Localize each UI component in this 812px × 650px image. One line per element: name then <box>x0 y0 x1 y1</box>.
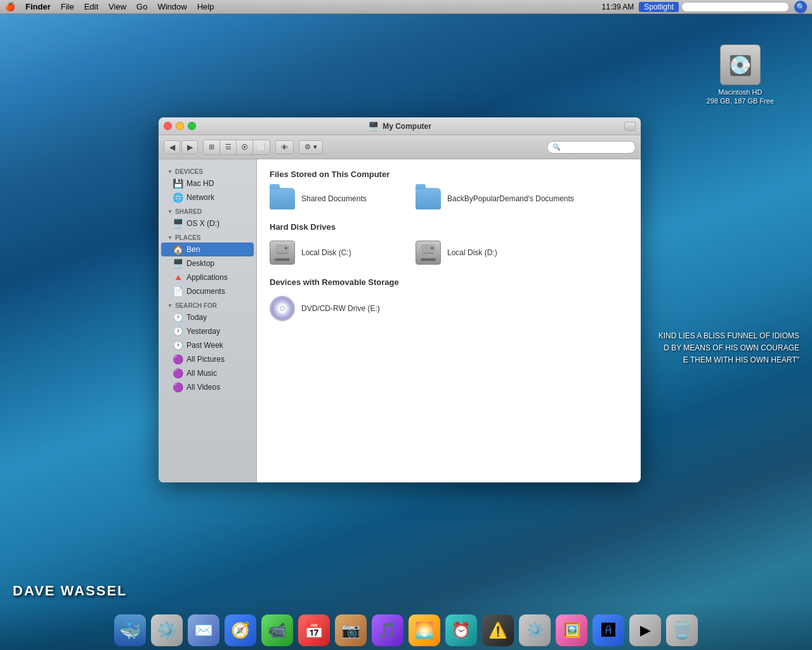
spotlight-area: Spotlight 🔍 <box>639 1 807 13</box>
minimize-button[interactable] <box>176 122 184 130</box>
menubar-right: 11:39 AM Spotlight 🔍 <box>602 1 812 13</box>
menu-finder[interactable]: Finder <box>20 0 56 13</box>
back-button[interactable]: ◀ <box>164 140 180 154</box>
devices-section-header: ▼ DEVICES <box>159 164 256 176</box>
dock-facetime[interactable]: 📹 <box>260 613 294 647</box>
hd-drive-icon: 💽 <box>720 44 761 85</box>
title-bar: 🖥️ My Computer <box>159 117 641 135</box>
sidebar-item-documents[interactable]: 📄 Documents <box>159 284 256 298</box>
menu-edit[interactable]: Edit <box>79 0 103 13</box>
dock-calendar[interactable]: 📅 <box>297 613 331 647</box>
maximize-button[interactable] <box>188 122 196 130</box>
dock-trash[interactable]: 🗑️ <box>665 613 699 647</box>
view-icon-button[interactable]: ⊞ <box>204 140 220 154</box>
dock-safari[interactable]: 🧭 <box>223 613 258 647</box>
search-bar[interactable]: 🔍 <box>547 141 636 154</box>
finder-toolbar: ◀ ▶ ⊞ ☰ ⦿ ⬜ 👁 ⚙ ▾ 🔍 <box>159 135 641 159</box>
view-list-button[interactable]: ☰ <box>220 140 237 154</box>
apple-menu[interactable]: 🍎 <box>0 0 20 13</box>
ben-icon: 🏠 <box>173 244 183 255</box>
finder-window: 🖥️ My Computer ◀ ▶ ⊞ ☰ ⦿ ⬜ 👁 ⚙ ▾ 🔍 <box>159 117 641 482</box>
menu-go[interactable]: Go <box>131 0 152 13</box>
sidebar-item-desktop[interactable]: 🖥️ Desktop <box>159 256 256 270</box>
menubar: 🍎 Finder File Edit View Go Window Help 1… <box>0 0 812 14</box>
shared-documents-item[interactable]: Shared Documents <box>270 188 396 209</box>
spotlight-icon[interactable]: 🔍 <box>794 1 807 13</box>
sidebar-item-mac-hd[interactable]: 💾 Mac HD <box>159 176 256 190</box>
close-button[interactable] <box>164 122 172 130</box>
dock-console[interactable]: ⚠️ <box>481 613 515 647</box>
sidebar: ▼ DEVICES 💾 Mac HD 🌐 Network ▼ SHARED 🖥️… <box>159 159 257 482</box>
all-music-icon: 🟣 <box>173 368 183 378</box>
dock: 🐳 ⚙️ ✉️ 🧭 📹 📅 📷 🎵 🌅 ⏰ ⚠️ ⚙️ 🖼️ 🅰 ▶ 🗑️ <box>0 603 812 650</box>
local-disk-d-item[interactable]: Local Disk (D:) <box>416 241 542 265</box>
dvd-hole <box>280 306 285 311</box>
quick-look-button[interactable]: 👁 <box>275 140 294 154</box>
dock-time-machine[interactable]: ⏰ <box>444 613 478 647</box>
local-disk-c-icon <box>270 241 295 265</box>
dock-system-prefs[interactable]: ⚙️ <box>150 613 184 647</box>
window-resize-button[interactable] <box>624 122 636 131</box>
dock-photos[interactable]: 📷 <box>334 613 368 647</box>
dock-appearance[interactable]: 🖼️ <box>554 613 589 647</box>
view-cover-button[interactable]: ⬜ <box>253 140 270 154</box>
applications-icon: 🔺 <box>173 272 183 282</box>
search-triangle: ▼ <box>167 303 173 308</box>
sidebar-item-yesterday[interactable]: 🕐 Yesterday <box>159 324 256 338</box>
places-section-header: ▼ PLACES <box>159 230 256 242</box>
today-icon: 🕐 <box>173 312 183 322</box>
devices-triangle: ▼ <box>167 169 173 175</box>
sidebar-item-applications[interactable]: 🔺 Applications <box>159 270 256 284</box>
sidebar-item-all-music[interactable]: 🟣 All Music <box>159 366 256 380</box>
nav-buttons: ◀ ▶ <box>164 140 198 154</box>
sidebar-item-network[interactable]: 🌐 Network <box>159 190 256 204</box>
svg-point-4 <box>431 247 433 249</box>
window-title: 🖥️ My Computer <box>368 121 431 131</box>
dock-finder[interactable]: 🐳 <box>113 613 147 647</box>
forward-button[interactable]: ▶ <box>181 140 198 154</box>
spotlight-input[interactable] <box>681 2 789 12</box>
sidebar-item-osx[interactable]: 🖥️ OS X (D:) <box>159 216 256 230</box>
window-title-text: My Computer <box>383 122 431 131</box>
spotlight-label: Spotlight <box>639 2 679 12</box>
dock-scroll-right[interactable]: ▶ <box>628 613 662 647</box>
sidebar-item-all-pictures[interactable]: 🟣 All Pictures <box>159 352 256 366</box>
desktop-icon: 🖥️ <box>173 258 183 269</box>
menubar-time: 11:39 AM <box>602 3 634 11</box>
desktop-quote: KIND LIES A BLISS FUNNEL OF IDIOMS D BY … <box>658 330 799 367</box>
backpopular-documents-item[interactable]: BackByPopularDemand's Documents <box>416 188 574 209</box>
dock-itunes[interactable]: 🎵 <box>370 613 405 647</box>
menu-help[interactable]: Help <box>192 0 219 13</box>
osx-icon: 🖥️ <box>173 218 183 229</box>
sidebar-item-today[interactable]: 🕐 Today <box>159 310 256 324</box>
backpopular-documents-label: BackByPopularDemand's Documents <box>447 194 574 203</box>
action-button[interactable]: ⚙ ▾ <box>299 140 323 154</box>
menu-view[interactable]: View <box>103 0 131 13</box>
shared-documents-folder-icon <box>270 188 295 209</box>
view-column-button[interactable]: ⦿ <box>237 140 253 154</box>
svg-rect-5 <box>422 253 434 254</box>
shared-documents-label: Shared Documents <box>301 194 367 203</box>
local-disk-c-item[interactable]: Local Disk (C:) <box>270 241 396 265</box>
places-triangle: ▼ <box>167 235 173 241</box>
removable-grid: DVD/CD-RW Drive (E:) <box>270 296 628 321</box>
sidebar-item-ben[interactable]: 🏠 Ben <box>161 242 254 256</box>
yesterday-icon: 🕐 <box>173 326 183 336</box>
sidebar-item-past-week[interactable]: 🕐 Past Week <box>159 338 256 352</box>
eye-icon: 👁 <box>281 143 288 151</box>
dvd-icon <box>270 296 295 321</box>
shared-triangle: ▼ <box>167 209 173 215</box>
desktop-hd-icon[interactable]: 💽 Macintosh HD 298 GB, 187 GB Free <box>707 44 774 106</box>
local-disk-c-label: Local Disk (C:) <box>301 248 351 257</box>
backpopular-folder-icon <box>416 188 441 209</box>
local-disk-d-label: Local Disk (D:) <box>447 248 497 257</box>
sidebar-item-all-videos[interactable]: 🟣 All Videos <box>159 380 256 394</box>
menu-file[interactable]: File <box>56 0 79 13</box>
desktop-brand: DAVE WASSEL <box>13 583 128 599</box>
dock-iphoto[interactable]: 🌅 <box>407 613 442 647</box>
dock-mail[interactable]: ✉️ <box>187 613 221 647</box>
dock-app-store[interactable]: 🅰 <box>591 613 625 647</box>
dock-prefs2[interactable]: ⚙️ <box>518 613 552 647</box>
dvd-drive-item[interactable]: DVD/CD-RW Drive (E:) <box>270 296 396 321</box>
menu-window[interactable]: Window <box>152 0 192 13</box>
